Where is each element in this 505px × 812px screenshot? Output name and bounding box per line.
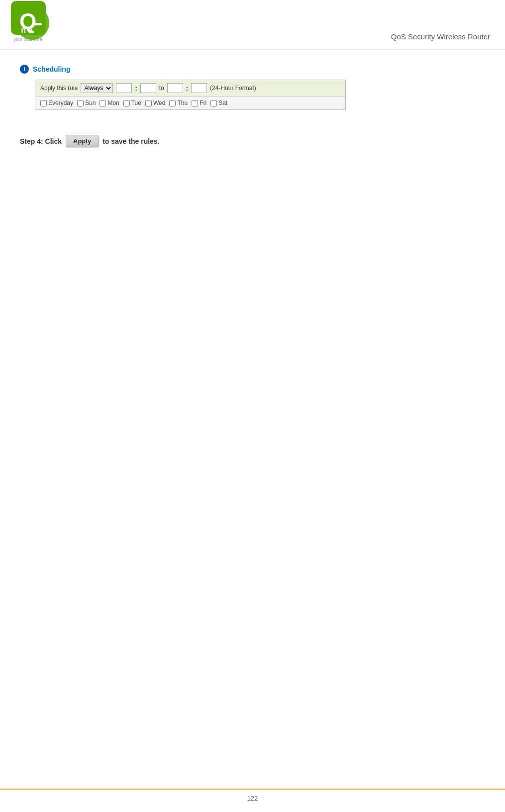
scheduling-row-days: Everyday Sun Mon Tue Wed Thu (35, 97, 345, 109)
checkbox-fri-label: Fri (200, 100, 206, 106)
checkbox-mon-input[interactable] (100, 100, 106, 106)
colon-2: : (186, 85, 188, 92)
apply-button[interactable]: Apply (66, 135, 99, 147)
svg-text:your future life: your future life (13, 37, 42, 42)
checkbox-tue-label: Tue (131, 100, 141, 106)
checkbox-sat[interactable]: Sat (210, 100, 227, 106)
apply-rule-label: Apply this rule (40, 85, 78, 92)
checkbox-fri[interactable]: Fri (192, 100, 206, 106)
checkbox-thu[interactable]: Thu (169, 100, 188, 106)
time-from-min[interactable] (140, 83, 156, 93)
scheduling-widget: Apply this rule Always : to : (24-Hour F… (35, 80, 346, 110)
checkbox-sun-input[interactable] (77, 100, 84, 106)
checkbox-thu-label: Thu (177, 100, 188, 106)
page-number: 122 (247, 795, 258, 802)
checkbox-wed-label: Wed (153, 100, 165, 106)
checkbox-sat-input[interactable] (210, 100, 217, 106)
checkbox-mon-label: Mon (107, 100, 119, 106)
header-title: QoS Security Wireless Router (391, 32, 490, 45)
time-from-hour[interactable] (116, 83, 132, 93)
to-label: to (159, 85, 164, 92)
checkbox-wed[interactable]: Wed (145, 100, 165, 106)
checkbox-sun[interactable]: Sun (77, 100, 96, 106)
section-title: Scheduling (33, 65, 70, 73)
checkbox-sat-label: Sat (218, 100, 227, 106)
checkbox-wed-input[interactable] (145, 100, 152, 106)
checkbox-tue-input[interactable] (123, 100, 130, 106)
checkbox-sun-label: Sun (85, 100, 96, 106)
step4-label: Step 4: Click (20, 137, 62, 145)
section-icon: i (20, 65, 29, 74)
colon-1: : (135, 85, 137, 92)
time-to-hour[interactable] (167, 83, 183, 93)
section-header: i Scheduling (20, 65, 485, 74)
checkbox-mon[interactable]: Mon (100, 100, 119, 106)
section-icon-label: i (23, 66, 25, 72)
checkbox-thu-input[interactable] (169, 100, 176, 106)
step4-suffix: to save the rules. (102, 137, 159, 145)
checkbox-fri-input[interactable] (192, 100, 198, 106)
always-select[interactable]: Always (81, 83, 113, 93)
format-label: (24-Hour Format) (210, 85, 256, 92)
checkbox-everyday-input[interactable] (40, 100, 47, 106)
svg-text:no: no (21, 26, 35, 34)
step4-container: Step 4: Click Apply to save the rules. (20, 135, 485, 147)
logo-area: Q no Q no your future life (10, 5, 55, 45)
main-content: i Scheduling Apply this rule Always : to… (0, 50, 505, 167)
scheduling-row-time: Apply this rule Always : to : (24-Hour F… (35, 80, 345, 97)
page-header: Q no Q no your future life QoS Security … (0, 0, 505, 50)
page-footer: 122 (0, 789, 505, 802)
checkbox-everyday-label: Everyday (48, 100, 73, 106)
svg-rect-6 (34, 23, 42, 25)
time-to-min[interactable] (191, 83, 207, 93)
checkbox-everyday[interactable]: Everyday (40, 100, 73, 106)
qno-logo-full: Q no your future life (10, 0, 55, 45)
checkbox-tue[interactable]: Tue (123, 100, 141, 106)
